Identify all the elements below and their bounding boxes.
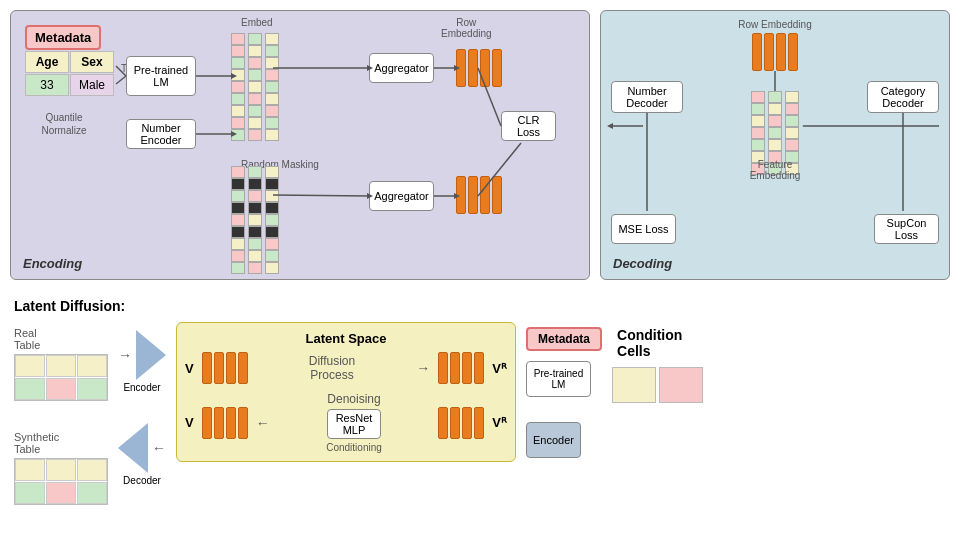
denoising-label: Denoising — [327, 392, 380, 406]
left-tables: RealTable SyntheticTable — [14, 327, 108, 505]
number-encoder-box: NumberEncoder — [126, 119, 196, 149]
cond-cell-2 — [659, 367, 703, 403]
quantile-label: QuantileNormalize — [29, 111, 99, 137]
age-header: Age — [25, 51, 69, 73]
ls-orange-bars-1 — [202, 352, 248, 384]
v-label-1: V — [185, 361, 194, 376]
metadata-table: Age Sex 33 Male — [25, 51, 114, 96]
decoder-triangle — [118, 423, 148, 473]
right-arrow-1: → — [118, 347, 132, 363]
metadata-sm-box: Metadata — [526, 327, 602, 351]
sex-value: Male — [70, 74, 114, 96]
condition-cells-area: ConditionCells — [612, 327, 703, 403]
pretrained-lm-box: Pre-trainedLM — [126, 56, 196, 96]
encoder-sm-group: Encoder — [526, 422, 581, 458]
vr-label-2: Vᴿ — [492, 415, 507, 430]
dec-feature-label: FeatureEmbedding — [750, 159, 801, 181]
row-embedding-label: RowEmbedding — [441, 17, 492, 39]
clr-loss-box: CLRLoss — [501, 111, 556, 141]
aggregator-1-box: Aggregator — [369, 53, 434, 83]
sex-header: Sex — [70, 51, 114, 73]
resnet-mlp-area: Denoising ResNetMLP Conditioning — [278, 392, 431, 453]
ls-orange-bars-2 — [438, 352, 484, 384]
vr-label-1: Vᴿ — [492, 361, 507, 376]
cond-cell-1 — [612, 367, 656, 403]
supcon-loss-box: SupConLoss — [874, 214, 939, 244]
encoding-box: Encoding Metadata Age Sex 33 Male Tokeni… — [10, 10, 590, 280]
diffusion-arrow: → — [416, 360, 430, 376]
metadata-box: Metadata — [25, 25, 101, 50]
condition-cells-label: ConditionCells — [617, 327, 682, 359]
real-table-group: RealTable — [14, 327, 108, 401]
row-embedding-bars-1 — [456, 49, 502, 87]
category-decoder-box: CategoryDecoder — [867, 81, 939, 113]
decoder-label: Decoder — [123, 475, 161, 486]
decoder-arrow-area: ← — [118, 423, 166, 473]
decoding-box: Decoding Row Embedding — [600, 10, 950, 280]
svg-line-10 — [273, 195, 369, 196]
svg-line-15 — [116, 76, 126, 84]
dec-row-emb-bars — [752, 33, 798, 71]
ls-orange-bars-4 — [438, 407, 484, 439]
latent-space-box: Latent Space V DiffusionProcess → — [176, 322, 516, 462]
latent-diffusion-label: Latent Diffusion: — [14, 298, 946, 314]
real-table-label: RealTable — [14, 327, 108, 351]
real-mini-table — [14, 354, 108, 401]
encoder-decoder-area: → Encoder ← Decoder — [118, 330, 166, 486]
ls-top-row: V DiffusionProcess → Vᴿ — [185, 352, 507, 384]
masked-embed-grid — [231, 166, 279, 274]
decoding-label: Decoding — [613, 256, 672, 271]
resnet-mlp-box: ResNetMLP — [327, 409, 382, 439]
denoising-left-arrow: ← — [256, 415, 270, 431]
encoder-triangle-group: → Encoder — [118, 330, 166, 393]
svg-marker-19 — [607, 123, 613, 129]
embed-label: Embed — [241, 17, 273, 28]
age-value: 33 — [25, 74, 69, 96]
embed-grid-top — [231, 33, 279, 141]
diffusion-process-label: DiffusionProcess — [256, 354, 409, 382]
bottom-section: Latent Diffusion: RealTable SyntheticTab… — [0, 290, 960, 513]
latent-space-title: Latent Space — [185, 331, 507, 346]
right-metadata-area: Metadata Pre-trainedLM Encoder — [526, 327, 602, 458]
dec-row-emb-label: Row Embedding — [738, 19, 811, 32]
synthetic-table-label: SyntheticTable — [14, 431, 108, 455]
conditioning-label: Conditioning — [326, 442, 382, 453]
ls-bottom-row: V ← Denoising ResNetMLP Conditioning — [185, 392, 507, 453]
encoding-label: Encoding — [23, 256, 82, 271]
encoder-label: Encoder — [123, 382, 160, 393]
pretrained-lm-sm-box: Pre-trainedLM — [526, 361, 591, 397]
row-embedding-bars-2 — [456, 176, 502, 214]
condition-cells-grid — [612, 367, 703, 403]
synthetic-mini-table — [14, 458, 108, 505]
number-decoder-box: NumberDecoder — [611, 81, 683, 113]
decoder-triangle-group: ← Decoder — [118, 423, 166, 486]
left-arrow-1: ← — [152, 440, 166, 456]
aggregator-2-box: Aggregator — [369, 181, 434, 211]
encoder-triangle — [136, 330, 166, 380]
ls-orange-bars-3 — [202, 407, 248, 439]
encoder-arrow-area: → — [118, 330, 166, 380]
v-label-2: V — [185, 415, 194, 430]
synthetic-table-group: SyntheticTable — [14, 431, 108, 505]
encoder-sm-box: Encoder — [526, 422, 581, 458]
mse-loss-box: MSE Loss — [611, 214, 676, 244]
